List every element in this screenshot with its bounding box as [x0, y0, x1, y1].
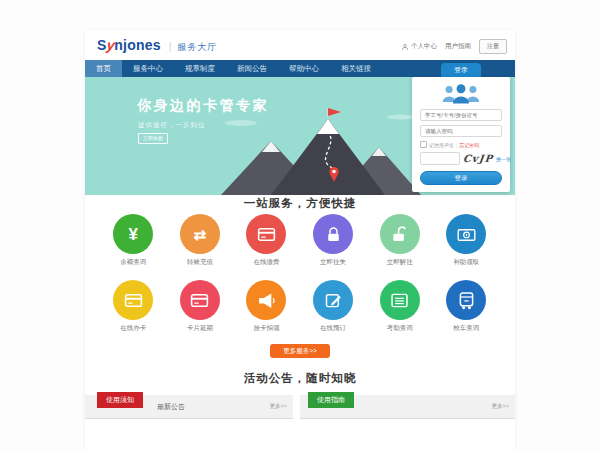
options-separator: | — [456, 142, 457, 148]
banner-subtitle: 提供捷径，一步到位 — [138, 121, 206, 130]
remember-label: 记住用户名 — [429, 142, 454, 148]
service-item-转账充值[interactable]: ⇄转账充值 — [167, 214, 234, 267]
banknote-icon — [446, 214, 486, 254]
login-form: 记住用户名 | 忘记密码 CvJP 换一张 登录 — [412, 77, 510, 192]
service-label: 校车查询 — [453, 324, 479, 333]
announcements-section-title: 活动公告，随时知晓 — [85, 371, 515, 386]
service-label: 补助领取 — [453, 258, 479, 267]
service-label: 卡片延期 — [187, 324, 213, 333]
bus-icon — [446, 280, 486, 320]
transfer-icon: ⇄ — [180, 214, 220, 254]
card-icon — [180, 280, 220, 320]
service-label: 在线缴费 — [253, 258, 279, 267]
remember-checkbox[interactable] — [420, 141, 427, 148]
card-icon — [246, 214, 286, 254]
unlock-icon — [380, 214, 420, 254]
service-item-校车查询[interactable]: 校车查询 — [433, 280, 500, 333]
lock-icon — [313, 214, 353, 254]
captcha-refresh-link[interactable]: 换一张 — [496, 156, 511, 162]
user-guide-label: 用户指南 — [445, 42, 471, 51]
captcha-row: CvJP 换一张 — [420, 152, 502, 165]
personal-center-link[interactable]: 个人中心 — [401, 42, 437, 51]
captcha-input[interactable] — [420, 152, 460, 165]
service-item-在线缴费[interactable]: 在线缴费 — [233, 214, 300, 267]
nav-item-新闻公告[interactable]: 新闻公告 — [226, 60, 278, 77]
service-label: 在线预订 — [320, 324, 346, 333]
service-label: 考勤查询 — [387, 324, 413, 333]
banner-cta-button[interactable]: 立即体验 — [138, 133, 168, 144]
list-icon — [380, 280, 420, 320]
services-section-title: 一站服务，方便快捷 — [85, 196, 515, 211]
username-input[interactable] — [420, 109, 502, 121]
service-item-立即挂失[interactable]: 立即挂失 — [300, 214, 367, 267]
service-label: 余额查询 — [120, 258, 146, 267]
usage-notice-tab[interactable]: 使用须知 — [97, 392, 143, 408]
service-item-考勤查询[interactable]: 考勤查询 — [366, 280, 433, 333]
nav-item-服务中心[interactable]: 服务中心 — [122, 60, 174, 77]
user-guide-link[interactable]: 用户指南 — [445, 42, 471, 51]
service-label: 立即解挂 — [387, 258, 413, 267]
synjones-logo[interactable]: S y njones | 服务大厅 — [97, 37, 217, 54]
captcha-image[interactable]: CvJP — [462, 153, 493, 164]
logo-text-rest: njones — [114, 37, 160, 53]
portal-page: S y njones | 服务大厅 个人中心 用户指南 注册 — [85, 30, 515, 450]
person-icon — [401, 43, 409, 51]
service-item-余额查询[interactable]: ¥余额查询 — [100, 214, 167, 267]
card-icon — [113, 280, 153, 320]
mountain-illustration — [213, 107, 423, 195]
more-services-button[interactable]: 更多服务>> — [270, 344, 330, 358]
service-item-在线办卡[interactable]: 在线办卡 — [100, 280, 167, 333]
users-icon — [440, 83, 482, 105]
login-panel: 登录 记住用户名 | 忘记密码 — [412, 63, 510, 192]
edit-icon — [313, 280, 353, 320]
personal-center-label: 个人中心 — [411, 42, 437, 51]
services-grid: ¥余额查询⇄转账充值在线缴费立即挂失立即解挂补助领取在线办卡卡片延期拾卡招领在线… — [100, 214, 500, 346]
latest-announcements-tab[interactable]: 最新公告 — [157, 395, 185, 418]
site-name: 服务大厅 — [177, 41, 217, 54]
logo-y-mark: y — [105, 37, 115, 53]
service-label: 立即挂失 — [320, 258, 346, 267]
service-item-拾卡招领[interactable]: 拾卡招领 — [233, 280, 300, 333]
logo-divider: | — [169, 41, 172, 52]
megaphone-icon — [246, 280, 286, 320]
nav-item-规章制度[interactable]: 规章制度 — [174, 60, 226, 77]
nav-item-相关链接[interactable]: 相关链接 — [330, 60, 382, 77]
header-links: 个人中心 用户指南 注册 — [401, 39, 507, 54]
service-label: 拾卡招领 — [253, 324, 279, 333]
right-more-link[interactable]: 更多>> — [492, 395, 509, 418]
login-options: 记住用户名 | 忘记密码 — [420, 141, 502, 148]
register-button[interactable]: 注册 — [479, 39, 507, 54]
service-label: 在线办卡 — [120, 324, 146, 333]
login-tab[interactable]: 登录 — [441, 63, 481, 77]
site-header: S y njones | 服务大厅 个人中心 用户指南 注册 — [85, 30, 515, 60]
nav-item-帮助中心[interactable]: 帮助中心 — [278, 60, 330, 77]
user-guide-tab[interactable]: 使用指南 — [308, 392, 354, 408]
screenshot-canvas: S y njones | 服务大厅 个人中心 用户指南 注册 — [0, 0, 600, 450]
forgot-password-link[interactable]: 忘记密码 — [459, 142, 479, 148]
service-item-在线预订[interactable]: 在线预订 — [300, 280, 367, 333]
login-submit-button[interactable]: 登录 — [420, 171, 502, 185]
password-input[interactable] — [420, 125, 502, 137]
nav-item-首页[interactable]: 首页 — [85, 60, 122, 77]
announcements-left-panel: 使用须知 最新公告 更多>> — [85, 395, 293, 419]
yuan-icon: ¥ — [113, 214, 153, 254]
service-item-立即解挂[interactable]: 立即解挂 — [366, 214, 433, 267]
service-item-补助领取[interactable]: 补助领取 — [433, 214, 500, 267]
announcements-right-panel: 使用指南 更多>> — [300, 395, 515, 419]
service-label: 转账充值 — [187, 258, 213, 267]
left-more-link[interactable]: 更多>> — [270, 395, 287, 418]
service-item-卡片延期[interactable]: 卡片延期 — [167, 280, 234, 333]
